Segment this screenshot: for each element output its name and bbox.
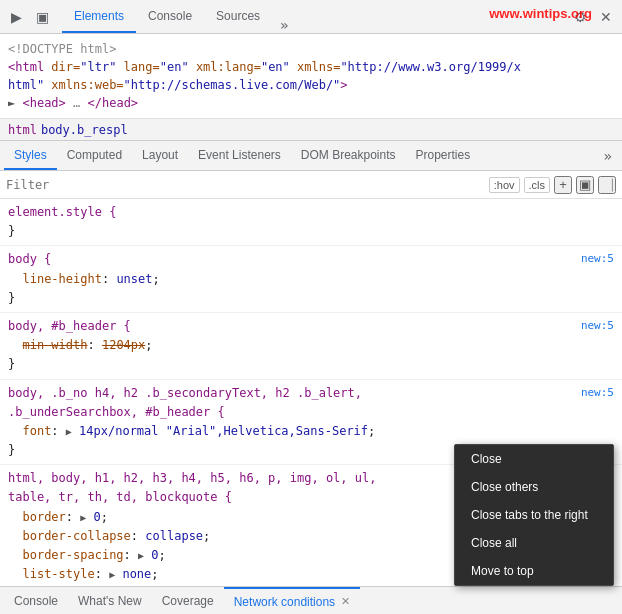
- bottom-tab-network-conditions[interactable]: Network conditions ✕: [224, 587, 360, 614]
- bottom-tab-whats-new[interactable]: What's New: [68, 587, 152, 614]
- style-rule-body: new:5 body { line-height: unset; }: [0, 246, 622, 313]
- code-line-3: ► <head> … </head>: [8, 94, 614, 112]
- tab-console[interactable]: Console: [136, 0, 204, 33]
- cursor-icon[interactable]: ▶: [4, 5, 28, 29]
- add-style-button[interactable]: +: [554, 176, 572, 194]
- cls-button[interactable]: .cls: [524, 177, 551, 193]
- sub-tabs: Styles Computed Layout Event Listeners D…: [0, 141, 622, 171]
- close-tab-icon[interactable]: ✕: [341, 595, 350, 608]
- html-source-view: <!DOCTYPE html> <html dir="ltr" lang="en…: [0, 34, 622, 119]
- context-menu-close-tabs-right[interactable]: Close tabs to the right: [455, 501, 613, 529]
- code-line-doctype: <!DOCTYPE html>: [8, 40, 614, 58]
- code-line-1: <html dir="ltr" lang="en" xml:lang="en" …: [8, 58, 614, 76]
- context-menu-close-all[interactable]: Close all: [455, 529, 613, 557]
- inspector-icon[interactable]: ▣: [30, 5, 54, 29]
- main-toolbar: ▶ ▣ Elements Console Sources » www.winti…: [0, 0, 622, 34]
- main-content: <!DOCTYPE html> <html dir="ltr" lang="en…: [0, 34, 622, 614]
- toggle-sidebar-button[interactable]: ⎹: [598, 176, 616, 194]
- bottom-bar: Console What's New Coverage Network cond…: [0, 586, 622, 614]
- subtab-computed[interactable]: Computed: [57, 141, 132, 170]
- context-menu-move-to-top[interactable]: Move to top: [455, 557, 613, 585]
- subtab-dom-breakpoints[interactable]: DOM Breakpoints: [291, 141, 406, 170]
- close-devtools-button[interactable]: ✕: [594, 5, 618, 29]
- breadcrumb: html body.b_respl: [0, 119, 622, 141]
- filter-input[interactable]: [6, 178, 489, 192]
- more-tabs-button[interactable]: »: [272, 17, 296, 33]
- tab-sources[interactable]: Sources: [204, 0, 272, 33]
- subtab-event-listeners[interactable]: Event Listeners: [188, 141, 291, 170]
- main-tabs: Elements Console Sources »: [62, 0, 560, 33]
- style-settings-button[interactable]: ▣: [576, 176, 594, 194]
- bottom-tab-console[interactable]: Console: [4, 587, 68, 614]
- code-line-2: html" xmlns:web="http://schemas.live.com…: [8, 76, 614, 94]
- context-menu: Close Close others Close tabs to the rig…: [454, 444, 614, 586]
- tab-elements[interactable]: Elements: [62, 0, 136, 33]
- style-rule-element: element.style { }: [0, 199, 622, 246]
- subtab-properties[interactable]: Properties: [406, 141, 481, 170]
- hov-button[interactable]: :hov: [489, 177, 520, 193]
- toolbar-left-icons: ▶ ▣: [4, 5, 54, 29]
- bottom-tab-coverage[interactable]: Coverage: [152, 587, 224, 614]
- subtab-styles[interactable]: Styles: [4, 141, 57, 170]
- breadcrumb-body[interactable]: body.b_respl: [41, 123, 128, 137]
- filter-actions: :hov .cls + ▣ ⎹: [489, 176, 616, 194]
- watermark: www.wintips.org: [489, 6, 592, 21]
- style-rule-body-header: new:5 body, #b_header { min-width: 1204p…: [0, 313, 622, 380]
- context-menu-close[interactable]: Close: [455, 445, 613, 473]
- subtab-more[interactable]: »: [598, 148, 618, 164]
- subtab-layout[interactable]: Layout: [132, 141, 188, 170]
- filter-bar: :hov .cls + ▣ ⎹: [0, 171, 622, 199]
- context-menu-close-others[interactable]: Close others: [455, 473, 613, 501]
- breadcrumb-html[interactable]: html: [8, 123, 37, 137]
